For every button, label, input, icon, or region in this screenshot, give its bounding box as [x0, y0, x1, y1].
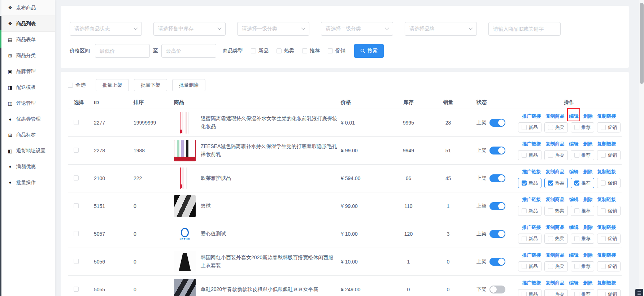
- sidebar-item-配送模板[interactable]: ◨配送模板: [1, 79, 55, 95]
- tag-hot-button[interactable]: 热卖: [544, 261, 568, 271]
- delete-link[interactable]: 删除: [583, 280, 593, 286]
- tag-new-checkbox[interactable]: [522, 292, 527, 296]
- tag-new-button[interactable]: 新品: [518, 289, 541, 296]
- copy-url-link[interactable]: 复制链接: [597, 224, 616, 231]
- batch-on-shelf-button[interactable]: 批量上架: [96, 79, 129, 91]
- type-hot-checkbox[interactable]: 热卖: [277, 48, 294, 54]
- promotion-link[interactable]: 推广链接: [522, 141, 541, 147]
- copy-product-link[interactable]: 复制商品: [546, 113, 565, 119]
- tag-new-checkbox[interactable]: [522, 180, 527, 186]
- status-toggle[interactable]: [489, 286, 505, 293]
- edit-link[interactable]: 编辑: [569, 252, 579, 258]
- sidebar-item-发布商品[interactable]: ❖发布商品: [1, 0, 55, 16]
- tag-promo-button[interactable]: 促销: [597, 206, 621, 216]
- tag-hot-checkbox[interactable]: [548, 125, 553, 130]
- delete-link[interactable]: 删除: [583, 113, 593, 119]
- keyword-input[interactable]: [488, 22, 561, 36]
- tag-hot-checkbox[interactable]: [548, 236, 553, 241]
- tag-recommend-checkbox[interactable]: [574, 264, 579, 269]
- promotion-link[interactable]: 推广链接: [522, 169, 541, 175]
- tag-hot-button[interactable]: 热卖: [544, 178, 568, 188]
- tag-hot-checkbox[interactable]: [548, 180, 553, 186]
- tag-hot-button[interactable]: 热卖: [544, 122, 568, 132]
- type-hot-checkbox-box[interactable]: [277, 48, 282, 53]
- status-toggle[interactable]: [489, 230, 505, 238]
- row-checkbox[interactable]: [74, 120, 79, 125]
- tag-new-button[interactable]: 新品: [518, 178, 541, 188]
- tag-hot-button[interactable]: 热卖: [544, 234, 568, 244]
- tag-recommend-checkbox[interactable]: [574, 236, 579, 241]
- copy-product-link[interactable]: 复制商品: [546, 141, 565, 147]
- edit-link[interactable]: 编辑: [569, 280, 579, 286]
- sidebar-item-退货地址设置[interactable]: ◧退货地址设置: [1, 143, 55, 159]
- copy-url-link[interactable]: 复制链接: [597, 196, 616, 203]
- promotion-link[interactable]: 推广链接: [522, 280, 541, 286]
- edit-link[interactable]: 编辑: [569, 224, 579, 231]
- sidebar-item-满额优惠[interactable]: ✦满额优惠: [1, 159, 55, 175]
- tag-new-checkbox[interactable]: [522, 264, 527, 269]
- status-toggle[interactable]: [489, 258, 505, 266]
- sidebar-item-批量操作[interactable]: ✦批量操作: [1, 175, 55, 191]
- promotion-link[interactable]: 推广链接: [522, 224, 541, 231]
- sidebar-item-商品列表[interactable]: ❖商品列表: [1, 16, 55, 32]
- tag-promo-button[interactable]: 促销: [597, 178, 621, 188]
- tag-recommend-button[interactable]: 推荐: [571, 289, 594, 296]
- delete-link[interactable]: 删除: [583, 252, 593, 258]
- copy-url-link[interactable]: 复制链接: [597, 169, 616, 175]
- batch-delete-button[interactable]: 批量删除: [172, 79, 205, 91]
- tag-new-button[interactable]: 新品: [518, 206, 541, 216]
- copy-url-link[interactable]: 复制链接: [597, 141, 616, 147]
- page-scrollbar[interactable]: [639, 0, 644, 296]
- edit-link[interactable]: 编辑: [569, 141, 579, 147]
- type-new-checkbox[interactable]: 新品: [251, 48, 269, 54]
- stock-select[interactable]: 请选择售中库存: [153, 22, 226, 36]
- delete-link[interactable]: 删除: [583, 169, 593, 175]
- tag-new-checkbox[interactable]: [522, 208, 527, 213]
- edit-link[interactable]: 编辑: [569, 196, 579, 203]
- promotion-link[interactable]: 推广链接: [522, 252, 541, 258]
- tag-new-button[interactable]: 新品: [518, 234, 541, 244]
- copy-product-link[interactable]: 复制商品: [546, 169, 565, 175]
- promotion-link[interactable]: 推广链接: [522, 196, 541, 203]
- search-button[interactable]: 搜索: [354, 44, 384, 58]
- tag-hot-checkbox[interactable]: [548, 208, 553, 213]
- promotion-link[interactable]: 推广链接: [522, 113, 541, 119]
- sidebar-item-商品分类[interactable]: ⊞商品分类: [1, 48, 55, 64]
- copy-url-link[interactable]: 复制链接: [597, 252, 616, 258]
- row-checkbox[interactable]: [74, 259, 79, 264]
- copy-product-link[interactable]: 复制商品: [546, 280, 565, 286]
- tag-promo-button[interactable]: 促销: [597, 122, 621, 132]
- row-checkbox[interactable]: [74, 231, 79, 236]
- row-checkbox[interactable]: [74, 148, 79, 153]
- tag-hot-checkbox[interactable]: [548, 153, 553, 158]
- tag-new-button[interactable]: 新品: [518, 150, 541, 160]
- select-all-checkbox[interactable]: [68, 83, 73, 88]
- tag-promo-button[interactable]: 促销: [597, 261, 621, 271]
- delete-link[interactable]: 删除: [583, 196, 593, 203]
- category-level1-select[interactable]: 请选择一级分类: [237, 22, 309, 36]
- tag-recommend-button[interactable]: 推荐: [571, 122, 594, 132]
- tag-new-checkbox[interactable]: [522, 125, 527, 130]
- tag-hot-button[interactable]: 热卖: [544, 289, 568, 296]
- tag-promo-button[interactable]: 促销: [597, 150, 621, 160]
- tag-new-button[interactable]: 新品: [518, 261, 541, 271]
- floating-widget-icon[interactable]: [635, 289, 643, 296]
- tag-recommend-checkbox[interactable]: [574, 153, 579, 158]
- tag-new-checkbox[interactable]: [522, 236, 527, 241]
- tag-promo-checkbox[interactable]: [601, 208, 606, 213]
- product-status-select[interactable]: 请选择商品状态: [70, 22, 142, 36]
- scrollbar-thumb[interactable]: [640, 3, 644, 84]
- tag-recommend-button[interactable]: 推荐: [571, 150, 594, 160]
- tag-recommend-checkbox[interactable]: [574, 292, 579, 296]
- sidebar-item-品牌管理[interactable]: ▣品牌管理: [1, 64, 55, 79]
- tag-promo-checkbox[interactable]: [601, 180, 606, 186]
- tag-promo-button[interactable]: 促销: [597, 234, 621, 244]
- copy-product-link[interactable]: 复制商品: [546, 224, 565, 231]
- copy-url-link[interactable]: 复制链接: [597, 113, 616, 119]
- tag-promo-checkbox[interactable]: [601, 153, 606, 158]
- sidebar-item-评论管理[interactable]: ◫评论管理: [1, 95, 55, 111]
- tag-hot-checkbox[interactable]: [548, 264, 553, 269]
- max-price-input[interactable]: [161, 44, 216, 58]
- edit-link[interactable]: 编辑: [569, 169, 579, 175]
- type-new-checkbox-box[interactable]: [251, 48, 256, 53]
